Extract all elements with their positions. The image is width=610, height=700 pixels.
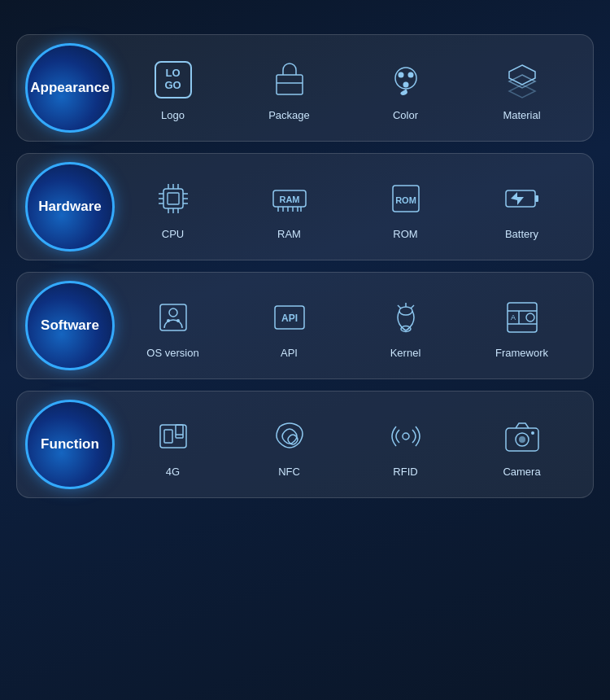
cpu-icon <box>149 174 198 223</box>
svg-point-3 <box>398 72 403 77</box>
item-battery: Battery <box>490 174 555 240</box>
item-label-material: Material <box>503 109 540 121</box>
svg-point-36 <box>169 308 177 317</box>
circle-appearance: Appearance <box>25 43 115 133</box>
item-package: Package <box>257 55 322 121</box>
item-material: Material <box>490 55 555 121</box>
svg-rect-9 <box>163 189 183 208</box>
items-grid-function: 4G NFC RFID Camera <box>115 412 580 478</box>
circle-hardware: Hardware <box>25 162 115 252</box>
item-label-ram: RAM <box>277 228 301 240</box>
svg-text:API: API <box>281 313 297 324</box>
rfid-icon <box>381 412 430 461</box>
item-api: API API <box>257 293 322 359</box>
battery-icon <box>498 174 547 223</box>
item-label-nfc: NFC <box>278 466 300 478</box>
svg-text:RAM: RAM <box>279 195 299 204</box>
items-grid-appearance: LOGOLogo Package Color Material <box>115 55 580 121</box>
item-label-api: API <box>281 347 298 359</box>
item-label-rom: ROM <box>393 228 417 240</box>
svg-point-5 <box>403 81 408 87</box>
circle-label-software: Software <box>41 317 99 334</box>
circle-function: Function <box>25 400 115 489</box>
item-ram: RAM RAM <box>257 174 322 240</box>
row-appearance: AppearanceLOGOLogo Package Color Materia… <box>16 34 594 142</box>
rom-icon: ROM <box>381 174 430 223</box>
item-label-battery: Battery <box>505 228 538 240</box>
item-label-kernel: Kernel <box>390 347 421 359</box>
os-icon <box>149 293 198 342</box>
svg-text:A: A <box>510 313 515 322</box>
kernel-icon <box>381 293 430 342</box>
item-label-package: Package <box>268 109 310 121</box>
item-rfid: RFID <box>373 412 438 478</box>
item-label-os-version: OS version <box>146 347 198 359</box>
item-color: Color <box>373 55 438 121</box>
item-label-color: Color <box>393 109 418 121</box>
circle-label-function: Function <box>41 436 99 453</box>
color-icon <box>381 55 430 104</box>
svg-point-37 <box>167 319 170 322</box>
svg-point-38 <box>176 319 180 322</box>
svg-text:ROM: ROM <box>395 195 416 205</box>
api-icon: API <box>265 293 314 342</box>
nfc-icon <box>265 412 314 461</box>
svg-point-4 <box>407 72 413 77</box>
item-4g: 4G <box>141 412 206 478</box>
logo-icon: LOGO <box>149 55 198 104</box>
row-function: Function 4G NFC RFID Camera <box>16 391 594 498</box>
package-icon <box>265 55 314 104</box>
svg-line-45 <box>398 305 401 308</box>
items-grid-software: OS version API API Kernel A Framework <box>115 293 580 359</box>
item-label-4g: 4G <box>166 466 180 478</box>
svg-point-59 <box>519 436 525 443</box>
items-grid-hardware: CPU RAM RAM ROM ROM Battery <box>115 174 580 240</box>
svg-rect-54 <box>176 425 183 438</box>
item-label-logo: Logo <box>161 109 185 121</box>
item-label-camera: Camera <box>503 466 540 478</box>
circle-software: Software <box>25 281 115 370</box>
item-nfc: NFC <box>257 412 322 478</box>
circle-label-hardware: Hardware <box>38 199 101 215</box>
item-logo: LOGOLogo <box>141 55 206 121</box>
row-software: Software OS version API API Kernel A Fra… <box>16 272 594 379</box>
camera-icon <box>498 412 547 461</box>
4g-icon <box>149 412 198 461</box>
item-cpu: CPU <box>141 174 206 240</box>
item-label-framework: Framework <box>495 347 548 359</box>
item-label-rfid: RFID <box>393 466 417 478</box>
svg-rect-10 <box>168 193 179 204</box>
ram-icon: RAM <box>265 174 314 223</box>
svg-line-44 <box>411 305 414 308</box>
svg-marker-8 <box>509 85 535 98</box>
svg-rect-53 <box>164 430 172 443</box>
item-os-version: OS version <box>141 293 206 359</box>
svg-rect-34 <box>535 195 538 202</box>
svg-rect-0 <box>277 75 303 94</box>
svg-point-56 <box>403 433 409 440</box>
circle-label-appearance: Appearance <box>30 80 109 96</box>
item-kernel: Kernel <box>373 293 438 359</box>
framework-icon: A <box>498 293 547 342</box>
item-rom: ROM ROM <box>373 174 438 240</box>
svg-marker-7 <box>509 75 535 88</box>
material-icon <box>498 55 547 104</box>
svg-point-51 <box>526 313 534 322</box>
row-hardware: Hardware CPU RAM RAM ROM ROM Battery <box>16 153 594 260</box>
item-label-cpu: CPU <box>162 228 184 240</box>
item-framework: A Framework <box>490 293 555 359</box>
item-camera: Camera <box>490 412 555 478</box>
svg-point-60 <box>531 431 534 435</box>
